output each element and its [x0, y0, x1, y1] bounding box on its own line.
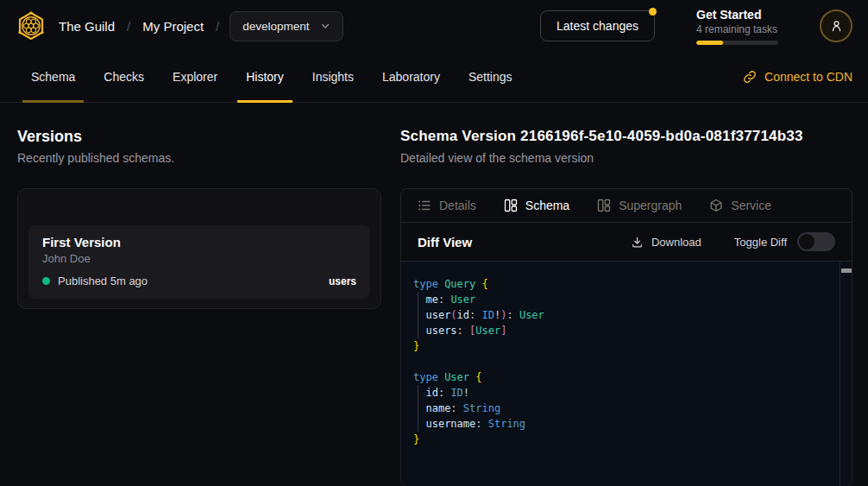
- notification-dot: [649, 8, 657, 16]
- versions-title: Versions: [17, 127, 381, 146]
- chevron-down-icon: [320, 21, 330, 31]
- indent-guide: [418, 307, 418, 323]
- list-icon: [418, 199, 431, 212]
- link-icon: [743, 70, 757, 84]
- version-detail-title: Schema Version 2166196f-5e10-4059-bd0a-0…: [400, 127, 852, 146]
- version-author: John Doe: [42, 252, 356, 265]
- nav-tab-label: Explorer: [173, 70, 217, 84]
- published-status-dot: [42, 277, 50, 285]
- toggle-diff-switch[interactable]: [797, 232, 835, 251]
- version-name: First Version: [42, 235, 356, 249]
- version-detail-tabs: DetailsSchemaSupergraphService: [401, 189, 852, 223]
- detail-tab-supergraph[interactable]: Supergraph: [597, 199, 682, 212]
- indent-guide: [418, 385, 418, 401]
- version-list-item[interactable]: First Version John Doe Published 5m ago …: [28, 225, 370, 299]
- nav-tabs: SchemaChecksExplorerHistoryInsightsLabor…: [22, 52, 532, 102]
- schema-code-viewer[interactable]: type Query { me: User user(id: ID!): Use…: [401, 262, 852, 486]
- breadcrumb-org[interactable]: The Guild: [59, 19, 115, 34]
- download-label: Download: [651, 236, 701, 249]
- code-line: username: String: [413, 416, 831, 432]
- hive-logo-icon[interactable]: [16, 10, 47, 41]
- versions-list-card: First Version John Doe Published 5m ago …: [17, 188, 381, 309]
- latest-changes-button[interactable]: Latest changes: [540, 10, 655, 41]
- diff-view-toolbar: Diff View Download Toggle Diff: [401, 223, 852, 262]
- indent-guide: [418, 401, 418, 416]
- detail-tab-service[interactable]: Service: [709, 199, 771, 212]
- code-scrollbar-thumb[interactable]: [841, 268, 852, 273]
- download-icon: [631, 236, 644, 249]
- indent-guide: [418, 292, 418, 307]
- download-button[interactable]: Download: [631, 236, 701, 249]
- diff-view-actions: Download Toggle Diff: [631, 232, 835, 251]
- nav-tab-explorer[interactable]: Explorer: [164, 52, 226, 102]
- nav-tab-history[interactable]: History: [237, 52, 292, 102]
- code-line: type Query {: [413, 276, 831, 292]
- indent-guide: [418, 323, 418, 338]
- nav-tab-label: Settings: [469, 70, 513, 84]
- code-line: type User {: [413, 369, 831, 385]
- indent-guide: [418, 416, 418, 432]
- get-started-progress-fill: [696, 41, 723, 45]
- detail-tab-label: Service: [731, 199, 771, 212]
- nav-tab-schema[interactable]: Schema: [22, 52, 84, 102]
- detail-tab-label: Schema: [525, 199, 569, 212]
- versions-subtitle: Recently published schemas.: [17, 151, 381, 166]
- user-avatar[interactable]: [820, 9, 852, 42]
- get-started-title: Get Started: [696, 8, 778, 22]
- code-line: name: String: [413, 401, 831, 416]
- toggle-diff-label: Toggle Diff: [734, 236, 787, 249]
- nav-tab-laboratory[interactable]: Laboratory: [374, 52, 449, 102]
- code-line: }: [413, 338, 831, 354]
- detail-tab-label: Details: [439, 199, 476, 212]
- panels-icon: [504, 199, 518, 212]
- active-tab-underline: [22, 100, 84, 103]
- latest-changes-label: Latest changes: [557, 19, 638, 33]
- breadcrumb-separator: /: [216, 19, 219, 34]
- active-tab-underline: [237, 100, 292, 103]
- panels-icon: [597, 199, 611, 212]
- service-badge: users: [329, 275, 356, 287]
- diff-view-title: Diff View: [418, 235, 472, 249]
- nav-tab-label: Checks: [104, 70, 144, 84]
- nav-tab-label: Schema: [31, 70, 75, 84]
- breadcrumb: The Guild / My Project /: [59, 19, 219, 34]
- version-status: Published 5m ago: [58, 275, 148, 287]
- code-lines: type Query { me: User user(id: ID!): Use…: [413, 276, 831, 447]
- breadcrumb-separator: /: [127, 19, 130, 34]
- nav-tab-label: Insights: [312, 70, 354, 84]
- nav-tab-settings[interactable]: Settings: [460, 52, 521, 102]
- code-line: id: ID!: [413, 385, 831, 401]
- connect-to-cdn-label: Connect to CDN: [764, 70, 852, 84]
- detail-tab-details[interactable]: Details: [418, 199, 476, 212]
- app-header: The Guild / My Project / development Lat…: [0, 0, 868, 52]
- version-detail-subtitle: Detailed view of the schema version: [400, 151, 852, 166]
- breadcrumb-project[interactable]: My Project: [142, 19, 204, 34]
- project-nav: SchemaChecksExplorerHistoryInsightsLabor…: [0, 52, 868, 103]
- code-line: user(id: ID!): User: [413, 307, 831, 323]
- code-vertical-scrollbar[interactable]: [840, 262, 852, 486]
- version-detail-panel: Schema Version 2166196f-5e10-4059-bd0a-0…: [400, 127, 852, 486]
- version-meta-row: Published 5m ago users: [42, 275, 356, 287]
- nav-tab-checks[interactable]: Checks: [95, 52, 153, 102]
- get-started-widget[interactable]: Get Started 4 remaining tasks: [696, 8, 778, 45]
- connect-to-cdn-link[interactable]: Connect to CDN: [743, 52, 852, 102]
- main-content: Versions Recently published schemas. Fir…: [0, 103, 868, 486]
- code-line: }: [413, 432, 831, 447]
- nav-tab-label: Laboratory: [382, 70, 440, 84]
- nav-tab-label: History: [246, 70, 284, 84]
- versions-panel: Versions Recently published schemas. Fir…: [17, 127, 381, 486]
- code-line: me: User: [413, 292, 831, 307]
- toggle-diff-knob: [799, 234, 815, 249]
- target-selector-value: development: [242, 20, 309, 33]
- detail-tab-label: Supergraph: [619, 199, 682, 212]
- detail-tab-schema[interactable]: Schema: [504, 199, 569, 212]
- code-line: users: [User]: [413, 323, 831, 338]
- version-detail-container: DetailsSchemaSupergraphService Diff View…: [400, 188, 852, 486]
- person-icon: [829, 19, 844, 34]
- get-started-subtitle: 4 remaining tasks: [696, 23, 778, 35]
- code-line: [413, 354, 831, 369]
- get-started-progressbar: [696, 41, 778, 45]
- box-icon: [709, 199, 723, 212]
- target-selector[interactable]: development: [230, 11, 343, 41]
- nav-tab-insights[interactable]: Insights: [304, 52, 362, 102]
